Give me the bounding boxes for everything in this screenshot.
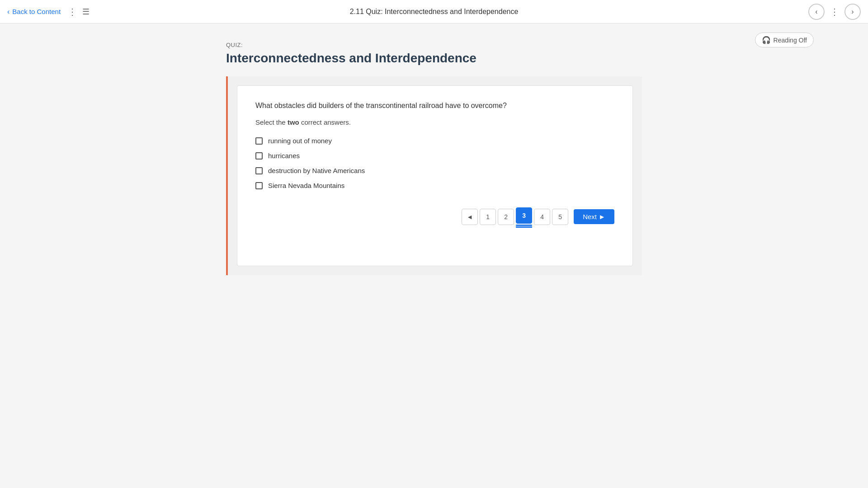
prev-page-button[interactable]: ◄ <box>462 209 478 225</box>
question-text: What obstacles did builders of the trans… <box>255 100 614 111</box>
quiz-title: Interconnectedness and Interdependence <box>226 51 642 66</box>
answer-label-1: running out of money <box>268 137 332 145</box>
nav-right: ‹ ⋮ › <box>808 4 861 20</box>
next-button[interactable]: Next ► <box>574 209 614 224</box>
page-5-button[interactable]: 5 <box>552 209 568 225</box>
answer-option-3[interactable]: destruction by Native Americans <box>255 167 614 174</box>
page-4-button[interactable]: 4 <box>534 209 550 225</box>
pagination: ◄ 1 2 3 4 5 Next ► <box>255 207 614 226</box>
answer-options: running out of money hurricanes destruct… <box>255 137 614 189</box>
answer-label-2: hurricanes <box>268 152 300 160</box>
back-arrow-icon: ‹ <box>7 8 9 16</box>
quiz-wrapper: What obstacles did builders of the trans… <box>226 76 642 275</box>
next-button-label: Next ► <box>583 213 605 221</box>
top-navigation: ‹ Back to Content ⋮ ☰ 2.11 Quiz: Interco… <box>0 0 868 23</box>
page-3-button[interactable]: 3 <box>516 207 532 224</box>
reading-toggle-button[interactable]: 🎧 Reading Off <box>755 33 814 47</box>
checkbox-2[interactable] <box>255 152 263 160</box>
answer-option-4[interactable]: Sierra Nevada Mountains <box>255 182 614 189</box>
instruction-suffix: correct answers. <box>299 118 351 126</box>
back-to-content-link[interactable]: ‹ Back to Content <box>7 8 61 16</box>
answer-option-1[interactable]: running out of money <box>255 137 614 145</box>
instruction-text: Select the two correct answers. <box>255 118 614 126</box>
headphones-icon: 🎧 <box>762 36 771 44</box>
quiz-label: QUIZ: <box>226 42 642 48</box>
quiz-card: What obstacles did builders of the trans… <box>237 85 633 266</box>
main-content: 🎧 Reading Off QUIZ: Interconnectedness a… <box>0 23 868 275</box>
checkbox-4[interactable] <box>255 182 263 189</box>
instruction-bold: two <box>288 118 299 126</box>
nav-left: ‹ Back to Content ⋮ ☰ <box>7 6 90 17</box>
page-3-wrapper: 3 <box>516 207 532 226</box>
quiz-container: QUIZ: Interconnectedness and Interdepend… <box>226 42 642 76</box>
vertical-dots-icon[interactable]: ⋮ <box>68 6 77 17</box>
answer-option-2[interactable]: hurricanes <box>255 152 614 160</box>
page-title: 2.11 Quiz: Interconnectedness and Interd… <box>350 8 519 16</box>
hamburger-menu-icon[interactable]: ☰ <box>82 7 90 17</box>
page-active-underline <box>516 225 532 226</box>
back-to-content-label: Back to Content <box>12 8 61 15</box>
checkbox-3[interactable] <box>255 167 263 174</box>
checkbox-1[interactable] <box>255 137 263 145</box>
page-1-button[interactable]: 1 <box>480 209 496 225</box>
more-options-icon[interactable]: ⋮ <box>830 6 839 17</box>
nav-previous-button[interactable]: ‹ <box>808 4 825 20</box>
page-2-button[interactable]: 2 <box>498 209 514 225</box>
answer-label-3: destruction by Native Americans <box>268 167 365 174</box>
instruction-prefix: Select the <box>255 118 288 126</box>
reading-toggle-label: Reading Off <box>774 37 807 44</box>
answer-label-4: Sierra Nevada Mountains <box>268 182 344 189</box>
nav-next-button[interactable]: › <box>844 4 861 20</box>
